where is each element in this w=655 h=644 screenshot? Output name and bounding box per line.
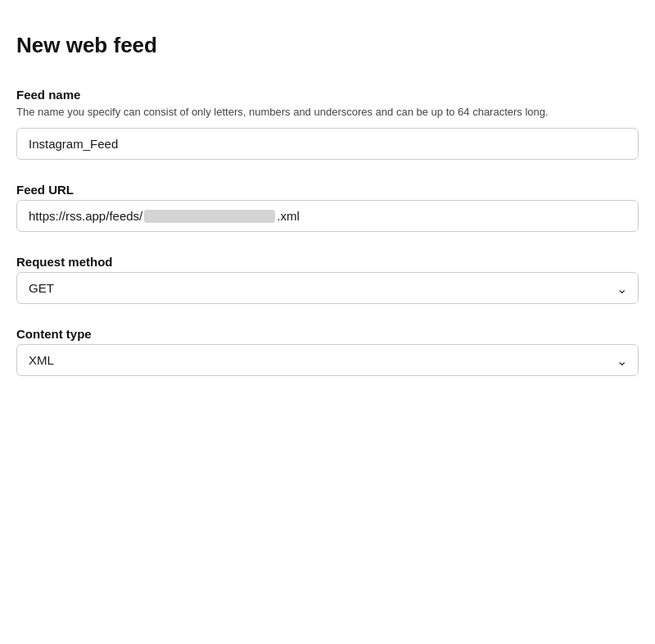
request-method-wrapper: GET POST PUT DELETE PATCH ⌄: [16, 272, 639, 304]
feed-url-display[interactable]: https://rss.app/feeds/ .xml: [16, 200, 639, 232]
content-type-wrapper: XML JSON HTML TEXT ⌄: [16, 344, 639, 376]
feed-name-description: The name you specify can consist of only…: [16, 105, 639, 120]
feed-url-section: Feed URL https://rss.app/feeds/ .xml: [16, 183, 639, 232]
feed-url-label: Feed URL: [16, 183, 639, 197]
request-method-section: Request method GET POST PUT DELETE PATCH…: [16, 255, 639, 304]
feed-name-section: Feed name The name you specify can consi…: [16, 88, 639, 160]
content-type-select[interactable]: XML JSON HTML TEXT: [16, 344, 639, 376]
url-suffix: .xml: [277, 209, 300, 223]
request-method-select[interactable]: GET POST PUT DELETE PATCH: [16, 272, 639, 304]
content-type-section: Content type XML JSON HTML TEXT ⌄: [16, 327, 639, 376]
url-redacted-segment: [144, 210, 275, 223]
url-prefix: https://rss.app/feeds/: [29, 209, 142, 223]
content-type-label: Content type: [16, 327, 639, 341]
feed-name-input[interactable]: [16, 128, 639, 160]
request-method-label: Request method: [16, 255, 639, 269]
feed-name-label: Feed name: [16, 88, 639, 102]
page-title: New web feed: [16, 33, 639, 58]
